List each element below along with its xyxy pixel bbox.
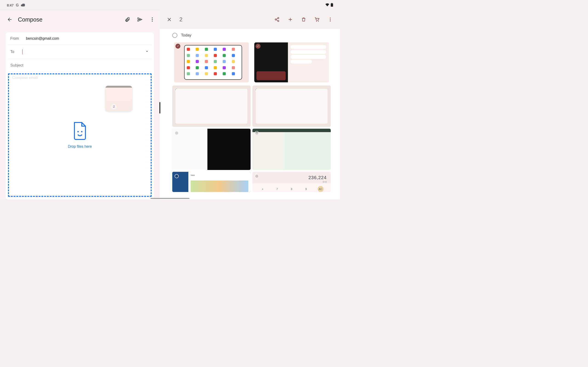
calc-sub: 9×9 [252, 181, 331, 183]
photo-grid [172, 41, 331, 170]
photo-tile[interactable] [172, 129, 251, 170]
trash-icon[interactable] [301, 17, 306, 22]
status-bar: 8:47 G [0, 0, 340, 10]
google-g-icon: G [15, 3, 19, 7]
share-icon[interactable] [274, 17, 280, 22]
svg-point-10 [316, 21, 317, 22]
section-title: Today [181, 33, 191, 38]
body-placeholder: Compose email [12, 76, 38, 80]
photo-tile[interactable] [252, 129, 331, 170]
close-icon[interactable] [166, 17, 172, 22]
check-icon[interactable] [256, 44, 260, 49]
photo-grid-row: New 236,224 9×9 +789AC −456± [172, 172, 331, 192]
svg-point-6 [81, 131, 82, 132]
select-ring[interactable] [174, 131, 179, 135]
photo-tile[interactable] [252, 85, 331, 127]
calc-display: 236,224 [252, 172, 331, 181]
subject-input[interactable] [10, 63, 149, 68]
selection-count: 2 [179, 16, 182, 23]
compose-app-bar: Compose [0, 10, 160, 29]
photo-tile[interactable] [174, 42, 249, 83]
drag-preview: 2 [105, 86, 132, 111]
wifi-icon [325, 3, 329, 7]
compose-body[interactable]: Compose email Drop files here [7, 73, 153, 198]
svg-point-5 [77, 131, 78, 132]
select-all-ring[interactable] [172, 33, 177, 38]
add-icon[interactable] [288, 17, 293, 22]
photo-tile[interactable] [254, 42, 329, 83]
select-ring[interactable] [174, 174, 179, 178]
drag-count-badge: 2 [112, 105, 116, 109]
photo-tile[interactable]: New [172, 172, 251, 192]
photos-pane: 2 Toda [160, 10, 340, 200]
svg-point-7 [278, 17, 279, 19]
compose-card: From bencsin@gmail.com To Compose email [6, 32, 154, 200]
svg-point-2 [152, 17, 153, 18]
chevron-down-icon[interactable] [145, 49, 149, 55]
svg-rect-0 [331, 3, 333, 7]
photo-tile[interactable] [172, 85, 251, 127]
photo-tile[interactable]: 236,224 9×9 +789AC −456± [252, 172, 331, 192]
gmail-compose-pane: Compose From bencsin@gmail.com To [0, 10, 160, 200]
file-smile-icon [72, 122, 87, 141]
svg-point-9 [278, 20, 279, 22]
back-icon[interactable] [7, 17, 12, 22]
attach-icon[interactable] [125, 17, 130, 22]
battery-icon [331, 3, 333, 8]
svg-point-13 [330, 19, 331, 20]
drop-zone[interactable]: Compose email Drop files here [8, 73, 152, 197]
cloud-icon [21, 3, 25, 7]
section-header[interactable]: Today [172, 33, 331, 38]
select-ring[interactable] [174, 88, 179, 92]
photos-body: Today [160, 29, 340, 200]
status-time: 8:47 [7, 3, 14, 7]
from-field[interactable]: From bencsin@gmail.com [8, 32, 152, 45]
svg-rect-1 [331, 3, 332, 4]
from-label: From [10, 36, 22, 41]
select-ring[interactable] [255, 131, 259, 135]
split-handle[interactable] [159, 102, 160, 114]
svg-point-14 [330, 21, 331, 22]
text-cursor [22, 49, 23, 54]
drop-hint-text: Drop files here [68, 144, 92, 149]
check-icon[interactable] [175, 44, 180, 49]
from-value: bencsin@gmail.com [26, 36, 59, 41]
svg-point-4 [152, 21, 153, 22]
more-vert-icon[interactable] [149, 17, 155, 22]
more-vert-icon[interactable] [328, 17, 333, 22]
send-icon[interactable] [137, 17, 143, 22]
svg-point-12 [330, 18, 331, 19]
to-label: To [10, 50, 17, 54]
svg-point-8 [275, 19, 277, 20]
svg-point-3 [152, 19, 153, 20]
select-ring[interactable] [255, 88, 259, 92]
select-ring[interactable] [255, 174, 259, 178]
compose-title: Compose [18, 16, 43, 23]
svg-point-11 [318, 21, 319, 22]
photos-app-bar: 2 [160, 10, 340, 29]
subject-field[interactable] [8, 59, 152, 72]
nav-indicator[interactable] [150, 198, 190, 199]
cart-icon[interactable] [314, 17, 320, 22]
to-field[interactable]: To [8, 45, 152, 59]
